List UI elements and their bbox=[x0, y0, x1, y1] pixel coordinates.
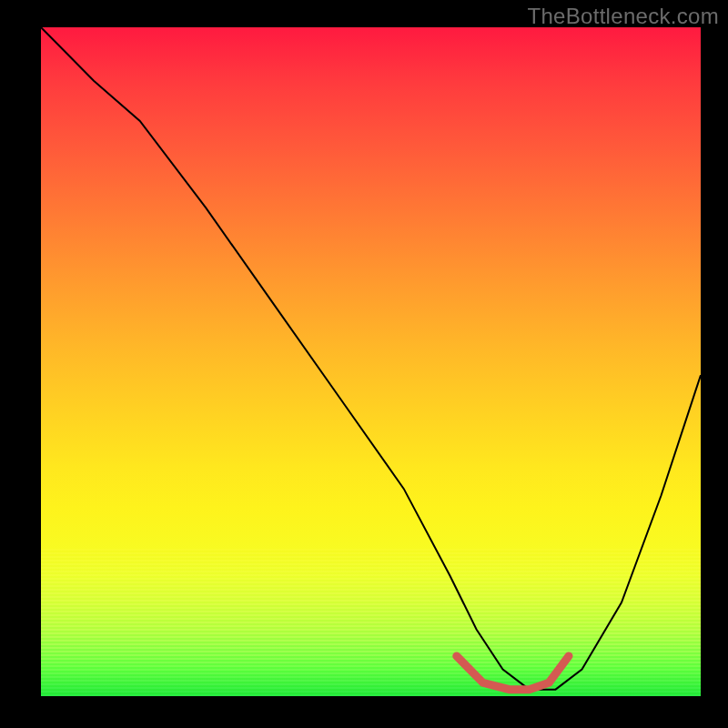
plot-area bbox=[41, 27, 701, 696]
curve-layer bbox=[41, 27, 701, 696]
chart-root: TheBottleneck.com bbox=[0, 0, 728, 728]
valley-marker bbox=[457, 656, 569, 690]
watermark-text: TheBottleneck.com bbox=[527, 4, 719, 29]
bottleneck-curve bbox=[41, 27, 701, 690]
